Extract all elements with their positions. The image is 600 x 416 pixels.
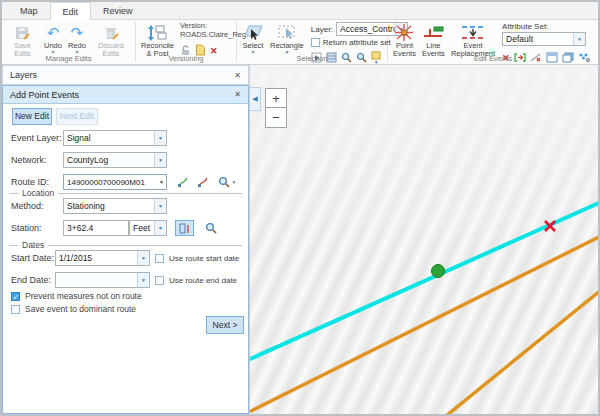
station-unit-combobox[interactable]: Feet ▼: [129, 220, 167, 236]
group-selection: Select ▼ Rectangle ▼ Layer: Access_Contr…: [237, 20, 387, 64]
route-id-dropdown-icon[interactable]: ▼: [159, 179, 164, 185]
edit-events-group-label: Edit Events: [388, 54, 598, 63]
save-dominant-label: Save event to dominant route: [25, 304, 136, 314]
zoom-out-button[interactable]: −: [265, 108, 287, 128]
zoom-route-dropdown-icon[interactable]: ▼: [232, 180, 237, 185]
tab-map[interactable]: Map: [8, 2, 50, 20]
collapse-panel-icon[interactable]: ◀: [250, 87, 261, 111]
redo-icon: ↷: [71, 23, 84, 42]
application-window: Map Edit Review Save Edits ↶ Undo ▼: [0, 0, 600, 416]
point-events-icon: [394, 23, 414, 42]
dates-section-separator: Dates: [9, 240, 242, 250]
return-attribute-set-label: Return attribute set: [323, 38, 391, 47]
selection-group-label: Selection: [237, 54, 387, 63]
new-edit-button[interactable]: New Edit: [12, 108, 52, 125]
zoom-to-station-icon[interactable]: [201, 220, 220, 236]
network-dropdown-icon[interactable]: ▼: [154, 153, 166, 167]
tab-review[interactable]: Review: [91, 2, 145, 20]
station-value: 3+62.4: [67, 223, 128, 233]
line-events-icon: [422, 23, 444, 42]
use-route-end-label: Use route end date: [169, 276, 237, 285]
versioning-group-label: Versioning: [136, 54, 236, 63]
end-date-label: End Date:: [11, 275, 51, 285]
select-tool-icon: [242, 23, 264, 42]
route-line-upper[interactable]: [251, 236, 598, 411]
attribute-set-label: Attribute Set:: [502, 22, 591, 31]
station-input[interactable]: 3+62.4: [63, 220, 129, 236]
map-features: [250, 65, 598, 414]
rectangle-select-icon: [276, 23, 298, 42]
map-view[interactable]: ◀ + −: [249, 65, 598, 414]
network-value: CountyLog: [67, 155, 154, 165]
save-dominant-checkbox[interactable]: [11, 305, 20, 314]
undo-icon: ↶: [47, 23, 60, 42]
attribute-set-combobox[interactable]: Default ▼: [502, 32, 586, 46]
add-point-events-title: Add Point Events: [10, 90, 234, 100]
return-attribute-set-checkbox[interactable]: [311, 38, 320, 47]
method-combobox[interactable]: Stationing ▼: [63, 198, 167, 214]
prevent-measures-checkbox[interactable]: ✓: [11, 292, 20, 301]
use-route-start-label: Use route start date: [169, 254, 239, 263]
end-date-combobox[interactable]: ▼: [55, 272, 150, 288]
attribute-set-value: Default: [506, 34, 573, 44]
select-tool-button[interactable]: Select ▼: [239, 22, 267, 56]
network-combobox[interactable]: CountyLog ▼: [63, 152, 167, 168]
undo-button[interactable]: ↶ Undo ▼: [41, 22, 65, 56]
location-section-label: Location: [22, 188, 54, 198]
attribute-set-dropdown-icon[interactable]: ▼: [573, 33, 585, 45]
event-layer-label: Event Layer:: [11, 133, 62, 143]
use-route-start-checkbox[interactable]: [155, 254, 164, 263]
start-date-combobox[interactable]: 1/1/2015 ▼: [55, 250, 150, 266]
map-zoom-control: + −: [265, 88, 287, 128]
group-versioning: Reconcile & Post Version: ROADS.Claire_R…: [136, 20, 236, 64]
next-button[interactable]: Next >: [206, 316, 244, 334]
group-manage-edits: Save Edits ↶ Undo ▼ ↷ Redo ▼ Discard Edi…: [2, 20, 135, 64]
reconcile-icon: [147, 23, 167, 42]
prevent-measures-label: Prevent measures not on route: [25, 291, 142, 301]
route-id-label: Route ID:: [11, 177, 49, 187]
route-line-lower[interactable]: [446, 290, 598, 414]
manage-edits-group-label: Manage Edits: [2, 54, 135, 63]
use-route-end-checkbox[interactable]: [155, 276, 164, 285]
layers-pane-title: Layers: [10, 70, 234, 80]
add-point-events-close-icon[interactable]: ✕: [234, 90, 241, 99]
trash-icon: [103, 23, 119, 42]
group-edit-events: Point Events Line Events Event Replaceme…: [388, 20, 598, 64]
event-layer-dropdown-icon[interactable]: ▼: [154, 131, 166, 145]
network-label: Network:: [11, 155, 47, 165]
event-layer-combobox[interactable]: Signal ▼: [63, 130, 167, 146]
dates-section-label: Dates: [22, 240, 44, 250]
method-value: Stationing: [67, 201, 154, 211]
next-edit-button[interactable]: Next Edit: [56, 108, 98, 125]
zoom-in-button[interactable]: +: [265, 88, 287, 108]
event-replacement-icon: [460, 23, 486, 42]
tab-edit[interactable]: Edit: [50, 2, 92, 20]
redo-button[interactable]: ↷ Redo ▼: [65, 22, 89, 56]
pick-station-on-map-button[interactable]: [175, 220, 194, 236]
method-label: Method:: [11, 201, 44, 211]
layer-label: Layer:: [311, 25, 333, 34]
layers-close-icon[interactable]: ✕: [234, 71, 241, 80]
start-date-label: Start Date:: [11, 253, 54, 263]
start-date-dropdown-icon[interactable]: ▼: [137, 251, 149, 265]
layer-value: Access_Control: [340, 24, 395, 34]
rectangle-tool-button[interactable]: Rectangle ▼: [267, 22, 307, 56]
layers-pane-header[interactable]: Layers ✕: [2, 65, 249, 85]
event-layer-value: Signal: [67, 133, 154, 143]
ribbon-tab-bar: Map Edit Review: [2, 2, 598, 20]
save-icon: [14, 23, 30, 42]
station-label: Station:: [11, 223, 42, 233]
location-section-separator: Location: [9, 188, 242, 198]
ribbon: Save Edits ↶ Undo ▼ ↷ Redo ▼ Discard Edi…: [2, 20, 598, 65]
station-unit-dropdown-icon[interactable]: ▼: [154, 221, 166, 235]
add-point-events-header[interactable]: Add Point Events ✕: [3, 86, 248, 104]
start-date-value: 1/1/2015: [59, 253, 137, 263]
method-dropdown-icon[interactable]: ▼: [154, 199, 166, 213]
route-id-value: 14900000700090M01: [67, 178, 159, 187]
station-unit-value: Feet: [133, 223, 154, 233]
add-point-events-panel: Add Point Events ✕ New Edit Next Edit Ev…: [2, 85, 249, 414]
end-date-dropdown-icon[interactable]: ▼: [137, 273, 149, 287]
